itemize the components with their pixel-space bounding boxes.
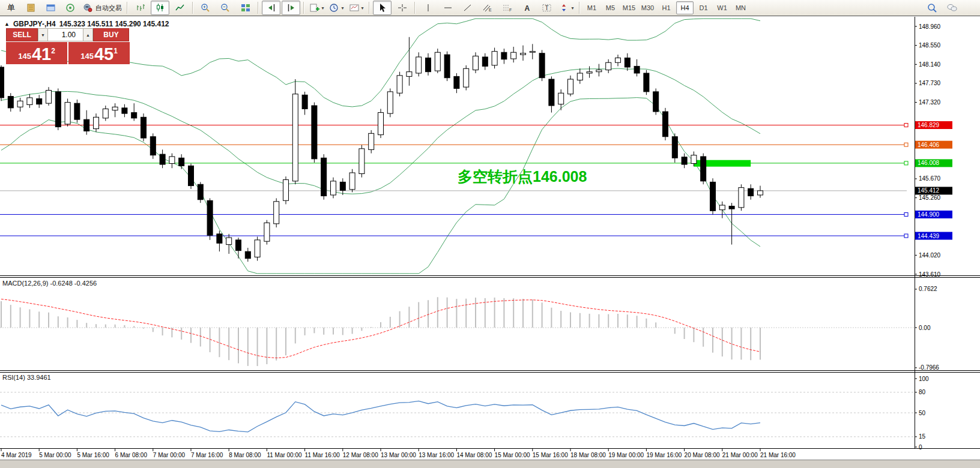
- bull-candle: [577, 73, 582, 80]
- rsi-axis-tick: 100: [919, 376, 929, 382]
- dropdown-arrow-icon[interactable]: ▾: [341, 5, 343, 11]
- time-axis-label: 7 Mar 00:00: [153, 452, 186, 458]
- bear-candle: [8, 97, 13, 108]
- volume-decrease-button[interactable]: ▼: [38, 28, 48, 41]
- shiftend-icon: [266, 3, 277, 13]
- ohlc-values: 145.323 145.511 145.290 145.412: [59, 20, 169, 28]
- bull-candle: [331, 181, 336, 195]
- periods-button[interactable]: ▾: [327, 1, 346, 15]
- dropdown-arrow-icon[interactable]: ▾: [321, 5, 324, 11]
- volume-increase-button[interactable]: ▲: [83, 28, 93, 41]
- signals-icon[interactable]: [61, 1, 80, 15]
- market-watch-icon[interactable]: [22, 1, 40, 15]
- toolbar-separator: [258, 2, 259, 14]
- textA-icon: A: [522, 3, 533, 13]
- arrows-button[interactable]: ▾: [557, 1, 576, 15]
- vertical-line-button[interactable]: [419, 1, 437, 15]
- fibonacci-button[interactable]: F: [498, 1, 516, 15]
- auto-trading-label: 自动交易: [95, 4, 122, 13]
- timeframe-h1-button[interactable]: H1: [658, 1, 675, 14]
- zoom-in-button[interactable]: [196, 1, 215, 15]
- bear-candle: [644, 73, 649, 92]
- dropdown-arrow-icon[interactable]: ▾: [361, 5, 363, 11]
- timeframe-m30-button[interactable]: M30: [639, 1, 656, 14]
- channel-button[interactable]: E: [478, 1, 497, 15]
- price-axis-tick: 144.020: [919, 252, 941, 259]
- chat-icon[interactable]: [943, 1, 961, 15]
- price-axis-tick: 147.730: [919, 80, 941, 86]
- bear-candle: [729, 206, 734, 209]
- buy-price-display[interactable]: 145 45 1: [68, 42, 130, 64]
- sell-button[interactable]: SELL: [6, 28, 38, 41]
- svg-text:E: E: [489, 8, 492, 12]
- shift-end-button[interactable]: [262, 1, 280, 15]
- indicators-icon: [309, 3, 320, 13]
- crosshair-button[interactable]: [393, 1, 411, 15]
- timeframe-m1-button[interactable]: M1: [583, 1, 600, 14]
- bull-candle: [719, 205, 725, 210]
- zoom-out-button[interactable]: [216, 1, 235, 15]
- bear-candle: [701, 157, 706, 181]
- hline-icon: [443, 3, 453, 13]
- auto-trading-button[interactable]: 自动交易: [81, 1, 124, 15]
- search-icon[interactable]: [923, 1, 942, 15]
- svg-text:T: T: [545, 5, 548, 11]
- macd-axis-tick: 0.7622: [919, 286, 937, 292]
- bear-candle: [179, 158, 184, 166]
- text-button[interactable]: A: [518, 1, 536, 15]
- timeframe-m15-button[interactable]: M15: [620, 1, 638, 14]
- text-label-button[interactable]: T: [537, 1, 556, 15]
- timeframe-m5-button[interactable]: M5: [602, 1, 619, 14]
- bull-candle: [407, 72, 412, 77]
- toolbar-separator: [414, 2, 416, 14]
- templates-button[interactable]: ▾: [347, 1, 366, 15]
- chart-area[interactable]: 多空转折点146.008148.960148.550148.140147.730…: [0, 0, 980, 468]
- tile-windows-button[interactable]: [236, 1, 255, 15]
- bear-candle: [653, 92, 659, 112]
- bear-candle: [426, 58, 431, 71]
- svg-text:146.008: 146.008: [918, 160, 940, 166]
- trendline-button[interactable]: [458, 1, 477, 15]
- price-axis-tick: 145.260: [919, 194, 941, 201]
- toolbar-separator: [369, 2, 370, 14]
- bull-candle: [292, 94, 298, 181]
- timeframe-h4-button[interactable]: H4: [676, 1, 694, 14]
- dropdown-arrow-icon[interactable]: ▾: [571, 5, 573, 11]
- candlestick-chart-button[interactable]: [151, 1, 169, 15]
- cursor-button[interactable]: [373, 1, 392, 15]
- time-axis-label: 21 Mar 16:00: [760, 452, 796, 458]
- svg-text:145.412: 145.412: [918, 187, 940, 194]
- line-chart-button[interactable]: [171, 1, 189, 15]
- volume-input[interactable]: [48, 28, 83, 41]
- zoomout-icon: [220, 3, 231, 13]
- horizontal-line-button[interactable]: [438, 1, 457, 15]
- timeframe-d1-button[interactable]: D1: [695, 1, 712, 14]
- bear-candle: [454, 76, 459, 88]
- price-axis-tick: 145.670: [919, 175, 941, 182]
- bear-candle: [150, 137, 156, 155]
- bull-candle: [568, 79, 573, 94]
- svg-text:A: A: [524, 4, 530, 13]
- auto-scroll-button[interactable]: [282, 1, 300, 15]
- bear-candle: [340, 182, 345, 190]
- terminal-icon[interactable]: [41, 1, 60, 15]
- indicators-button[interactable]: ▾: [307, 1, 326, 15]
- bull-candle: [739, 188, 744, 208]
- time-axis-label: 5 Mar 16:00: [77, 452, 109, 458]
- time-axis-label: 12 Mar 08:00: [343, 452, 378, 458]
- new-order-button-partial[interactable]: 单: [2, 1, 20, 15]
- bull-candle: [473, 56, 479, 70]
- collapse-arrow-icon[interactable]: ▲: [4, 21, 10, 27]
- annotation-text[interactable]: 多空转折点146.008: [458, 168, 587, 185]
- channel-icon: E: [482, 3, 493, 13]
- sell-price-display[interactable]: 145 41 2: [6, 42, 67, 64]
- bar-chart-button[interactable]: [131, 1, 150, 15]
- mt4-window: 多空转折点146.008148.960148.550148.140147.730…: [0, 0, 980, 468]
- price-axis-tick: 147.320: [919, 99, 941, 106]
- autoscroll-icon: [286, 3, 297, 13]
- symbol-period-label: GBPJPY-,H4: [13, 20, 56, 28]
- timeframe-w1-button[interactable]: W1: [713, 1, 731, 14]
- time-axis-label: 13 Mar 16:00: [419, 452, 454, 458]
- timeframe-mn-button[interactable]: MN: [732, 1, 749, 14]
- buy-button[interactable]: BUY: [93, 28, 129, 41]
